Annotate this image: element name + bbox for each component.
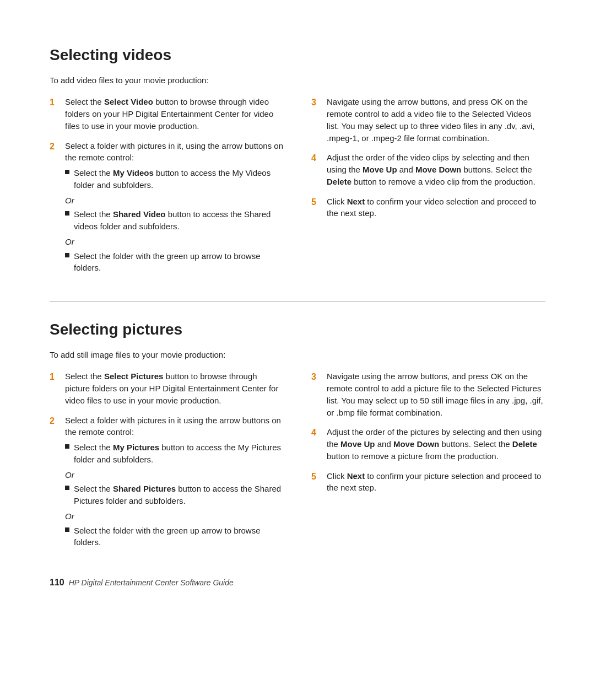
sub-item-my-pictures: Select the My Pictures button to access … [65, 441, 284, 466]
pic-or-1: Or [65, 469, 284, 481]
pictures-right-col: 3 Navigate using the arrow buttons, and … [311, 370, 545, 559]
pic-step-number-1: 1 [50, 370, 62, 383]
pic-step-1-content: Select the Select Pictures button to bro… [65, 370, 284, 406]
pictures-intro: To add still image files to your movie p… [50, 349, 545, 361]
green-arrow-pictures-text: Select the folder with the green up arro… [74, 525, 284, 549]
delete-bold-1: Delete [327, 177, 351, 186]
shared-video-bold: Shared Video [113, 209, 166, 219]
picture-step-4: 4 Adjust the order of the pictures by se… [311, 426, 545, 462]
sub-item-green-arrow-video: Select the folder with the green up arro… [65, 250, 284, 274]
videos-section: Selecting videos To add video files to y… [50, 44, 545, 285]
step-1-content: Select the Select Video button to browse… [65, 96, 284, 132]
videos-title: Selecting videos [50, 44, 545, 67]
pictures-sub-list: Select the My Pictures button to access … [65, 441, 284, 548]
picture-step-1: 1 Select the Select Pictures button to b… [50, 370, 284, 406]
next-bold-1: Next [347, 197, 365, 206]
video-step-5: 5 Click Next to confirm your video selec… [311, 196, 545, 220]
picture-step-5: 5 Click Next to confirm your picture sel… [311, 470, 545, 494]
pic-step-number-2: 2 [50, 414, 62, 427]
pic-step-4-content: Adjust the order of the pictures by sele… [327, 426, 545, 462]
sub-item-my-videos: Select the My Videos button to access th… [65, 167, 284, 191]
step-number-4: 4 [311, 152, 323, 164]
videos-left-col: 1 Select the Select Video button to brow… [50, 96, 284, 285]
video-sub-list: Select the My Videos button to access th… [65, 167, 284, 274]
video-step-2: 2 Select a folder with pictures in it, u… [50, 140, 284, 278]
videos-intro: To add video files to your movie product… [50, 74, 545, 87]
shared-pictures-bold: Shared Pictures [113, 484, 176, 493]
move-up-bold-2: Move Up [340, 439, 375, 449]
sub-item-shared-pictures: Select the Shared Pictures button to acc… [65, 483, 284, 507]
step-number-3: 3 [311, 96, 323, 109]
pictures-left-steps: 1 Select the Select Pictures button to b… [50, 370, 284, 552]
videos-right-steps: 3 Navigate using the arrow buttons, and … [311, 96, 545, 219]
bullet-icon [65, 444, 69, 449]
select-pictures-bold: Select Pictures [104, 371, 164, 381]
pic-or-2: Or [65, 510, 284, 523]
pictures-two-col: 1 Select the Select Pictures button to b… [50, 370, 545, 559]
select-video-bold: Select Video [104, 97, 153, 106]
step-5-content: Click Next to confirm your video selecti… [327, 196, 545, 220]
pic-step-number-3: 3 [311, 370, 323, 383]
my-videos-bold: My Videos [113, 168, 154, 177]
step-3-content: Navigate using the arrow buttons, and pr… [327, 96, 545, 144]
my-pictures-text: Select the My Pictures button to access … [74, 441, 284, 466]
footer-title: HP Digital Entertainment Center Software… [69, 577, 234, 588]
bullet-icon [65, 527, 69, 532]
pic-step-2-content: Select a folder with pictures in it usin… [65, 414, 284, 552]
page-number: 110 [50, 576, 64, 589]
sub-item-green-arrow-pictures: Select the folder with the green up arro… [65, 525, 284, 549]
section-divider [50, 301, 545, 302]
pic-step-number-5: 5 [311, 470, 323, 483]
pictures-section: Selecting pictures To add still image fi… [50, 319, 545, 589]
videos-two-col: 1 Select the Select Video button to brow… [50, 96, 545, 285]
delete-bold-2: Delete [512, 439, 537, 449]
pictures-title: Selecting pictures [50, 319, 545, 341]
footer: 110 HP Digital Entertainment Center Soft… [50, 576, 545, 589]
video-step-1: 1 Select the Select Video button to brow… [50, 96, 284, 132]
pictures-left-col: 1 Select the Select Pictures button to b… [50, 370, 284, 559]
shared-pictures-text: Select the Shared Pictures button to acc… [74, 483, 284, 507]
bullet-icon [65, 170, 69, 174]
bullet-icon [65, 253, 69, 257]
video-step-3: 3 Navigate using the arrow buttons, and … [311, 96, 545, 144]
move-down-bold-1: Move Down [415, 165, 461, 174]
bullet-icon [65, 486, 69, 490]
step-4-content: Adjust the order of the video clips by s… [327, 152, 545, 187]
step-number-1: 1 [50, 96, 62, 109]
videos-right-col: 3 Navigate using the arrow buttons, and … [311, 96, 545, 285]
step-number-2: 2 [50, 140, 62, 153]
step-2-content: Select a folder with pictures in it, usi… [65, 140, 284, 278]
video-step-4: 4 Adjust the order of the video clips by… [311, 152, 545, 187]
or-1: Or [65, 195, 284, 207]
my-videos-text: Select the My Videos button to access th… [74, 167, 284, 191]
sub-item-shared-video: Select the Shared Video button to access… [65, 208, 284, 233]
pic-step-3-content: Navigate using the arrow buttons, and pr… [327, 370, 545, 418]
picture-step-3: 3 Navigate using the arrow buttons, and … [311, 370, 545, 418]
pictures-right-steps: 3 Navigate using the arrow buttons, and … [311, 370, 545, 494]
move-down-bold-2: Move Down [393, 439, 439, 449]
shared-video-text: Select the Shared Video button to access… [74, 208, 284, 233]
videos-left-steps: 1 Select the Select Video button to brow… [50, 96, 284, 277]
step-number-5: 5 [311, 196, 323, 208]
page-container: Selecting videos To add video files to y… [0, 0, 595, 622]
green-arrow-video-text: Select the folder with the green up arro… [74, 250, 284, 274]
move-up-bold-1: Move Up [363, 165, 397, 174]
pic-step-5-content: Click Next to confirm your picture selec… [327, 470, 545, 494]
next-bold-2: Next [347, 471, 365, 481]
my-pictures-bold: My Pictures [113, 443, 159, 452]
picture-step-2: 2 Select a folder with pictures in it us… [50, 414, 284, 552]
or-2: Or [65, 236, 284, 248]
bullet-icon [65, 211, 69, 216]
pic-step-number-4: 4 [311, 426, 323, 439]
